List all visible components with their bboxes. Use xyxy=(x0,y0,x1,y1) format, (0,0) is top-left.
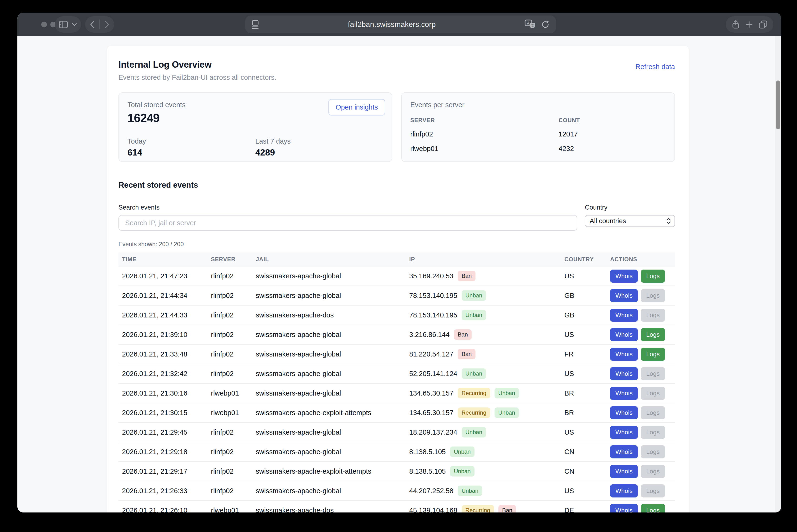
logs-button[interactable]: Logs xyxy=(641,270,665,283)
event-actions: WhoisLogs xyxy=(610,348,675,361)
whois-button[interactable]: Whois xyxy=(610,309,638,322)
event-jail: swissmakers-apache-global xyxy=(256,272,409,280)
sidebar-toggle-button[interactable] xyxy=(55,16,81,33)
event-ip: 45.139.104.168 xyxy=(409,507,457,513)
event-actions: WhoisLogs xyxy=(610,367,675,380)
event-actions: WhoisLogs xyxy=(610,387,675,400)
event-ip-cell: 45.139.104.168RecurringBan xyxy=(409,505,564,512)
refresh-data-link[interactable]: Refresh data xyxy=(635,63,675,71)
last7-label: Last 7 days xyxy=(255,137,383,145)
browser-window: fail2ban.swissmakers.corp A 文 xyxy=(17,13,781,512)
new-tab-icon[interactable] xyxy=(745,21,753,28)
event-ip-cell: 52.205.141.124Unban xyxy=(409,368,564,379)
nav-buttons xyxy=(85,16,114,33)
event-row: 2026.01.21, 21:26:10rlwebp01swissmakers-… xyxy=(119,500,675,512)
unban-badge: Unban xyxy=(461,427,486,437)
event-ip: 81.220.54.127 xyxy=(409,350,453,358)
events-table-body: 2026.01.21, 21:47:23rlinfp02swissmakers-… xyxy=(119,266,675,512)
event-ip: 18.209.137.234 xyxy=(409,429,457,436)
share-icon[interactable] xyxy=(732,20,740,29)
whois-button[interactable]: Whois xyxy=(610,328,638,341)
whois-button[interactable]: Whois xyxy=(610,367,638,380)
whois-button[interactable]: Whois xyxy=(610,484,638,497)
tab-overview-icon[interactable] xyxy=(759,20,767,28)
server-name: rlinfp02 xyxy=(411,130,559,138)
event-ip: 52.205.141.124 xyxy=(409,370,457,378)
nav-divider xyxy=(99,20,100,29)
logs-button[interactable]: Logs xyxy=(641,367,665,380)
country-select[interactable]: All countries xyxy=(585,215,675,227)
search-input[interactable] xyxy=(119,215,577,231)
whois-button[interactable]: Whois xyxy=(610,504,638,513)
per-server-col-count: COUNT xyxy=(559,117,666,124)
refresh-icon[interactable] xyxy=(541,20,550,29)
logs-button[interactable]: Logs xyxy=(641,348,665,361)
event-time: 2026.01.21, 21:29:18 xyxy=(122,448,211,456)
per-server-col-server: SERVER xyxy=(411,117,559,124)
events-heading: Recent stored events xyxy=(119,180,675,190)
event-jail: swissmakers-apache-global xyxy=(256,331,409,339)
whois-button[interactable]: Whois xyxy=(610,387,638,400)
event-row: 2026.01.21, 21:29:17rlinfp02swissmakers-… xyxy=(119,461,675,481)
whois-button[interactable]: Whois xyxy=(610,348,638,361)
svg-text:A: A xyxy=(527,21,530,25)
scrollbar-thumb[interactable] xyxy=(776,80,780,129)
event-actions: WhoisLogs xyxy=(610,484,675,497)
col-actions: ACTIONS xyxy=(610,256,675,263)
event-server: rlinfp02 xyxy=(211,292,256,300)
event-ip: 8.138.5.105 xyxy=(409,448,446,456)
logs-button[interactable]: Logs xyxy=(641,445,665,458)
whois-button[interactable]: Whois xyxy=(610,465,638,478)
event-actions: WhoisLogs xyxy=(610,328,675,341)
logs-button[interactable]: Logs xyxy=(641,406,665,419)
event-ip: 44.207.252.58 xyxy=(409,487,453,495)
event-jail: swissmakers-apache-global xyxy=(256,429,409,436)
events-table-header: TIME SERVER JAIL IP COUNTRY ACTIONS xyxy=(119,252,675,266)
event-actions: WhoisLogs xyxy=(610,406,675,419)
event-ip: 78.153.140.195 xyxy=(409,292,457,300)
logs-button[interactable]: Logs xyxy=(641,309,665,322)
select-chevrons-icon xyxy=(666,217,671,225)
whois-button[interactable]: Whois xyxy=(610,445,638,458)
event-ip-cell: 81.220.54.127Ban xyxy=(409,349,564,359)
event-jail: swissmakers-apache-global xyxy=(256,390,409,397)
event-server: rlinfp02 xyxy=(211,311,256,319)
event-row: 2026.01.21, 21:44:34rlinfp02swissmakers-… xyxy=(119,286,675,305)
open-insights-button[interactable]: Open insights xyxy=(328,99,385,115)
today-label: Today xyxy=(127,137,255,145)
event-country: US xyxy=(564,487,610,495)
logs-button[interactable]: Logs xyxy=(641,387,665,400)
event-ip-cell: 78.153.140.195Unban xyxy=(409,310,564,320)
logs-button[interactable]: Logs xyxy=(641,504,665,513)
server-name: rlwebp01 xyxy=(411,145,559,153)
logs-button[interactable]: Logs xyxy=(641,328,665,341)
forward-button[interactable] xyxy=(105,21,109,28)
event-server: rlinfp02 xyxy=(211,370,256,378)
event-server: rlinfp02 xyxy=(211,468,256,475)
logs-button[interactable]: Logs xyxy=(641,484,665,497)
event-time: 2026.01.21, 21:47:23 xyxy=(122,272,211,280)
scrollbar-track[interactable] xyxy=(775,36,781,512)
event-time: 2026.01.21, 21:29:45 xyxy=(122,429,211,436)
logs-button[interactable]: Logs xyxy=(641,289,665,302)
page-format-icon[interactable] xyxy=(251,20,259,30)
col-jail: JAIL xyxy=(256,256,409,263)
whois-button[interactable]: Whois xyxy=(610,406,638,419)
event-country: DE xyxy=(564,507,610,513)
event-country: US xyxy=(564,331,610,339)
back-button[interactable] xyxy=(90,21,95,28)
event-ip-cell: 78.153.140.195Unban xyxy=(409,290,564,301)
event-server: rlinfp02 xyxy=(211,272,256,280)
whois-button[interactable]: Whois xyxy=(610,289,638,302)
translate-icon[interactable]: A 文 xyxy=(525,20,537,30)
address-bar[interactable]: fail2ban.swissmakers.corp A 文 xyxy=(245,16,556,33)
event-actions: WhoisLogs xyxy=(610,309,675,322)
logs-button[interactable]: Logs xyxy=(641,465,665,478)
whois-button[interactable]: Whois xyxy=(610,426,638,439)
whois-button[interactable]: Whois xyxy=(610,270,638,283)
close-button[interactable] xyxy=(41,22,47,27)
event-jail: swissmakers-apache-global xyxy=(256,350,409,358)
country-select-value: All countries xyxy=(590,217,626,225)
logs-button[interactable]: Logs xyxy=(641,426,665,439)
event-row: 2026.01.21, 21:30:15rlwebp01swissmakers-… xyxy=(119,403,675,422)
